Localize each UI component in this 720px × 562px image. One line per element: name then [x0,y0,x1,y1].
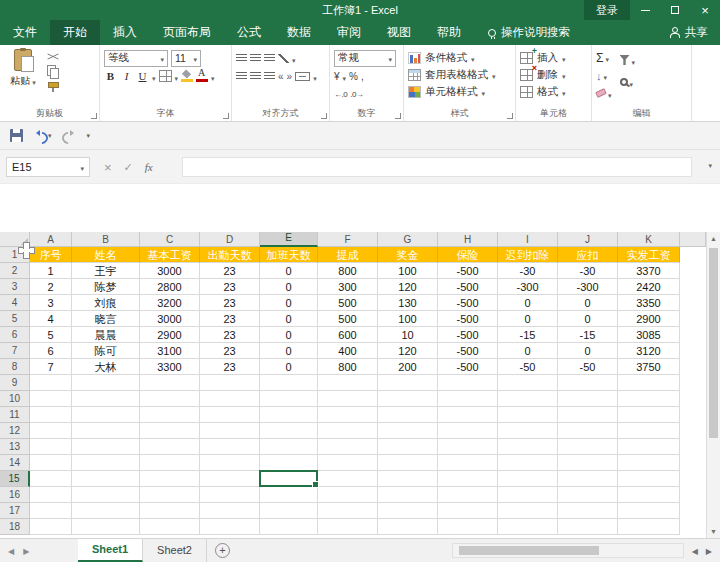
maximize-button[interactable] [660,0,690,20]
cell-C18[interactable] [140,519,200,535]
tab-home[interactable]: 开始 [50,20,100,45]
cell-B5[interactable]: 晓言 [72,311,140,327]
cell-C12[interactable] [140,423,200,439]
cell-J16[interactable] [558,487,618,503]
cell-H18[interactable] [438,519,498,535]
align-right-icon[interactable] [264,72,275,81]
cell-G9[interactable] [378,375,438,391]
cell-I13[interactable] [498,439,558,455]
cell-E10[interactable] [260,391,318,407]
cell-G13[interactable] [378,439,438,455]
row-header-17[interactable]: 17 [0,503,30,519]
cell-C5[interactable]: 3000 [140,311,200,327]
cell-E5[interactable]: 0 [260,311,318,327]
comma-style-icon[interactable]: , [361,71,364,82]
cell-D13[interactable] [200,439,260,455]
cell-F4[interactable]: 500 [318,295,378,311]
row-header-11[interactable]: 11 [0,407,30,423]
cell-B1[interactable]: 姓名 [72,247,140,263]
cell-B6[interactable]: 晨晨 [72,327,140,343]
cell-D18[interactable] [200,519,260,535]
cell-B14[interactable] [72,455,140,471]
fx-icon[interactable] [145,161,153,173]
cell-K15[interactable] [618,471,680,487]
cell-A8[interactable]: 7 [30,359,72,375]
cell-D16[interactable] [200,487,260,503]
cell-G6[interactable]: 10 [378,327,438,343]
cell-J4[interactable]: 0 [558,295,618,311]
delete-cells-button[interactable]: 删除 [520,66,587,83]
cell-A10[interactable] [30,391,72,407]
cell-H10[interactable] [438,391,498,407]
cell-B12[interactable] [72,423,140,439]
tell-me-search[interactable]: 操作说明搜索 [488,20,570,45]
cell-J18[interactable] [558,519,618,535]
cell-A4[interactable]: 3 [30,295,72,311]
format-cells-button[interactable]: 格式 [520,83,587,100]
cell-H8[interactable]: -500 [438,359,498,375]
cell-G14[interactable] [378,455,438,471]
cell-G8[interactable]: 200 [378,359,438,375]
cell-E15[interactable] [260,471,318,487]
cell-C6[interactable]: 2900 [140,327,200,343]
cell-J17[interactable] [558,503,618,519]
cell-I11[interactable] [498,407,558,423]
cell-J2[interactable]: -30 [558,263,618,279]
cell-styles-button[interactable]: 单元格样式 [408,83,511,100]
dialog-launcher-icon[interactable] [507,113,513,119]
cell-K6[interactable]: 3085 [618,327,680,343]
cell-B17[interactable] [72,503,140,519]
next-sheet-icon[interactable]: ▶ [23,547,29,556]
cell-C16[interactable] [140,487,200,503]
cell-F12[interactable] [318,423,378,439]
row-header-9[interactable]: 9 [0,375,30,391]
tab-view[interactable]: 视图 [374,20,424,45]
cell-E16[interactable] [260,487,318,503]
cell-A15[interactable] [30,471,72,487]
cell-E6[interactable]: 0 [260,327,318,343]
cell-F5[interactable]: 500 [318,311,378,327]
font-color-icon[interactable] [196,70,208,82]
cell-D6[interactable]: 23 [200,327,260,343]
scroll-left-icon[interactable]: ◀ [692,547,698,556]
cancel-icon[interactable] [104,160,112,175]
cell-K1[interactable]: 实发工资 [618,247,680,263]
minimize-button[interactable] [630,0,660,20]
align-top-icon[interactable] [236,54,247,63]
align-middle-icon[interactable] [250,54,261,63]
cell-A2[interactable]: 1 [30,263,72,279]
cell-J9[interactable] [558,375,618,391]
row-header-6[interactable]: 6 [0,327,30,343]
cell-G16[interactable] [378,487,438,503]
cell-G17[interactable] [378,503,438,519]
cell-A17[interactable] [30,503,72,519]
cell-J6[interactable]: -15 [558,327,618,343]
copy-icon[interactable] [47,65,59,77]
cell-K3[interactable]: 2420 [618,279,680,295]
cut-icon[interactable] [47,51,59,61]
cell-H16[interactable] [438,487,498,503]
redo-icon[interactable] [64,130,75,141]
prev-sheet-icon[interactable]: ◀ [8,547,14,556]
cell-I8[interactable]: -50 [498,359,558,375]
row-header-18[interactable]: 18 [0,519,30,535]
cell-I16[interactable] [498,487,558,503]
merge-center-icon[interactable] [295,72,310,81]
cell-J12[interactable] [558,423,618,439]
cell-H1[interactable]: 保险 [438,247,498,263]
cell-J14[interactable] [558,455,618,471]
cell-B7[interactable]: 陈可 [72,343,140,359]
formula-input[interactable] [182,157,692,177]
cell-A3[interactable]: 2 [30,279,72,295]
column-header-I[interactable]: I [498,232,558,247]
cell-F7[interactable]: 400 [318,343,378,359]
cell-E1[interactable]: 加班天数 [260,247,318,263]
cell-B18[interactable] [72,519,140,535]
insert-cells-button[interactable]: 插入 [520,49,587,66]
column-header-C[interactable]: C [140,232,200,247]
tab-formulas[interactable]: 公式 [224,20,274,45]
row-header-5[interactable]: 5 [0,311,30,327]
cell-H13[interactable] [438,439,498,455]
cell-I10[interactable] [498,391,558,407]
cell-A9[interactable] [30,375,72,391]
